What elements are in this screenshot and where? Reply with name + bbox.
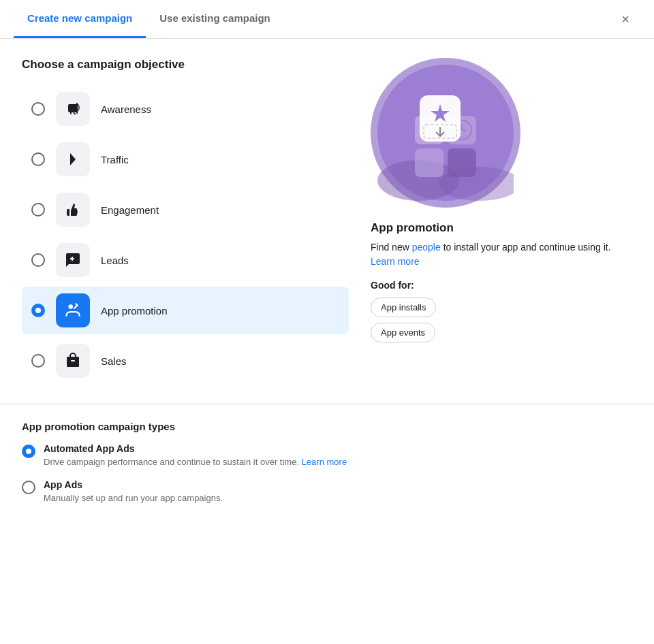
objective-awareness[interactable]: Awareness xyxy=(22,85,349,133)
sales-icon xyxy=(56,344,90,378)
radio-awareness[interactable] xyxy=(31,102,45,116)
svg-point-1 xyxy=(69,304,74,309)
objective-traffic[interactable]: Traffic xyxy=(22,135,349,183)
svg-rect-2 xyxy=(67,357,79,367)
app-ads-name: App Ads xyxy=(44,479,223,490)
automated-desc: Drive campaign performance and continue … xyxy=(44,457,347,467)
app-promotion-label: App promotion xyxy=(101,305,168,317)
desc-part1: Find new xyxy=(371,242,412,253)
traffic-label: Traffic xyxy=(101,154,129,165)
radio-automated[interactable] xyxy=(22,445,35,458)
objective-sales[interactable]: Sales xyxy=(22,337,349,385)
automated-desc-text: Drive campaign performance and continue … xyxy=(44,457,302,467)
engagement-label: Engagement xyxy=(101,204,159,216)
modal-header: Create new campaign Use existing campaig… xyxy=(0,0,654,39)
objective-app-promotion[interactable]: App promotion xyxy=(22,287,349,334)
radio-app-ads[interactable] xyxy=(22,481,35,494)
detail-title: App promotion xyxy=(371,221,454,235)
tab-existing-campaign[interactable]: Use existing campaign xyxy=(146,0,284,38)
radio-app-promotion[interactable] xyxy=(31,304,45,317)
tab-create-campaign[interactable]: Create new campaign xyxy=(14,0,146,38)
radio-leads[interactable] xyxy=(31,253,45,267)
bottom-section-title: App promotion campaign types xyxy=(22,421,632,432)
radio-engagement[interactable] xyxy=(31,203,45,216)
leads-label: Leads xyxy=(101,255,129,266)
automated-learn-more[interactable]: Learn more xyxy=(302,457,347,467)
campaign-type-automated[interactable]: Automated App Ads Drive campaign perform… xyxy=(22,443,632,467)
app-ads-info: App Ads Manually set up and run your app… xyxy=(44,479,223,503)
automated-name: Automated App Ads xyxy=(44,443,347,454)
svg-rect-3 xyxy=(71,360,75,361)
desc-part2: to install your app and continue using i… xyxy=(441,242,611,253)
detail-description: Find new people to install your app and … xyxy=(371,240,616,269)
engagement-icon xyxy=(56,193,90,227)
app-promotion-icon xyxy=(56,293,90,327)
objective-leads[interactable]: Leads xyxy=(22,236,349,284)
tag-app-events: App events xyxy=(371,323,435,342)
sales-label: Sales xyxy=(101,355,127,367)
section-title: Choose a campaign objective xyxy=(22,58,349,71)
right-panel: App promotion Find new people to install… xyxy=(371,58,632,385)
desc-link-people[interactable]: people xyxy=(412,242,441,253)
svg-rect-10 xyxy=(448,148,476,177)
campaign-type-app-ads[interactable]: App Ads Manually set up and run your app… xyxy=(22,479,632,503)
main-content: Choose a campaign objective Awareness xyxy=(0,39,654,404)
app-promotion-illustration xyxy=(371,58,520,208)
desc-learn-more[interactable]: Learn more xyxy=(371,256,420,267)
good-for-label: Good for: xyxy=(371,280,414,291)
left-panel: Choose a campaign objective Awareness xyxy=(22,58,349,385)
svg-rect-9 xyxy=(415,148,443,177)
awareness-icon xyxy=(56,92,90,126)
automated-info: Automated App Ads Drive campaign perform… xyxy=(44,443,347,467)
tags-list: App installs App events xyxy=(371,297,436,342)
tag-app-installs: App installs xyxy=(371,297,436,317)
bottom-section: App promotion campaign types Automated A… xyxy=(0,404,654,537)
traffic-icon xyxy=(56,142,90,176)
radio-traffic[interactable] xyxy=(31,152,45,166)
objectives-list: Awareness Traffic xyxy=(22,85,349,385)
radio-sales[interactable] xyxy=(31,354,45,368)
leads-icon xyxy=(56,243,90,277)
objective-engagement[interactable]: Engagement xyxy=(22,186,349,234)
close-button[interactable]: × xyxy=(610,0,640,38)
awareness-label: Awareness xyxy=(101,103,151,115)
app-ads-desc: Manually set up and run your app campaig… xyxy=(44,493,223,503)
